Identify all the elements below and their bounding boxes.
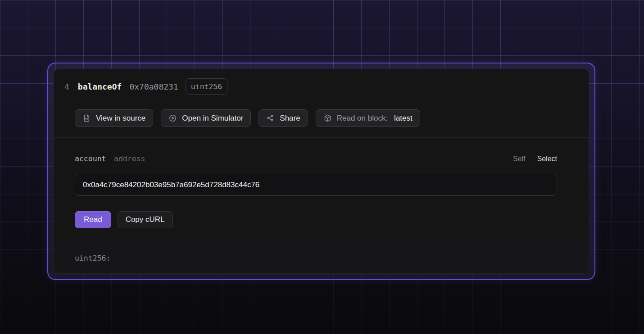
params-section: account address Self Select Read Copy cU… xyxy=(54,138,589,241)
result-section: uint256: xyxy=(54,241,589,273)
open-in-simulator-button[interactable]: Open in Simulator xyxy=(161,109,251,127)
share-label: Share xyxy=(280,114,300,123)
function-header-section: 4 balanceOf 0x70a08231 uint256 Vie xyxy=(54,69,589,137)
function-card-wrapper: 4 balanceOf 0x70a08231 uint256 Vie xyxy=(47,63,595,280)
params-spacer xyxy=(75,228,557,241)
file-code-icon xyxy=(82,114,91,122)
param-label-group: account address xyxy=(75,154,145,163)
result-label: uint256: xyxy=(75,254,110,262)
exec-row: Read Copy cURL xyxy=(75,211,557,228)
copy-curl-button[interactable]: Copy cURL xyxy=(118,211,173,228)
select-link[interactable]: Select xyxy=(537,155,557,163)
play-circle-icon xyxy=(168,114,177,122)
self-link[interactable]: Self xyxy=(513,155,526,163)
param-label-row: account address Self Select xyxy=(75,154,557,163)
read-on-block-value: latest xyxy=(394,114,413,123)
share-icon xyxy=(266,114,275,122)
read-on-block-label: Read on block: xyxy=(337,114,388,123)
view-in-source-label: View in source xyxy=(96,114,145,123)
view-in-source-button[interactable]: View in source xyxy=(75,109,153,127)
return-type-badge: uint256 xyxy=(186,78,228,95)
function-name: balanceOf xyxy=(78,82,122,91)
function-card: 4 balanceOf 0x70a08231 uint256 Vie xyxy=(54,69,589,274)
function-title-row: 4 balanceOf 0x70a08231 uint256 xyxy=(54,78,589,95)
function-index: 4 xyxy=(64,82,69,91)
read-on-block-button[interactable]: Read on block: latest xyxy=(316,109,420,127)
param-type: address xyxy=(114,154,145,163)
param-name: account xyxy=(75,154,106,163)
open-in-simulator-label: Open in Simulator xyxy=(182,114,243,123)
param-links: Self Select xyxy=(513,155,557,163)
param-address-input[interactable] xyxy=(75,174,557,196)
function-actions-row: View in source Open in Simulator xyxy=(75,109,589,127)
cube-icon xyxy=(323,114,332,122)
function-selector: 0x70a08231 xyxy=(129,82,178,91)
read-button[interactable]: Read xyxy=(75,211,111,228)
share-button[interactable]: Share xyxy=(259,109,308,127)
